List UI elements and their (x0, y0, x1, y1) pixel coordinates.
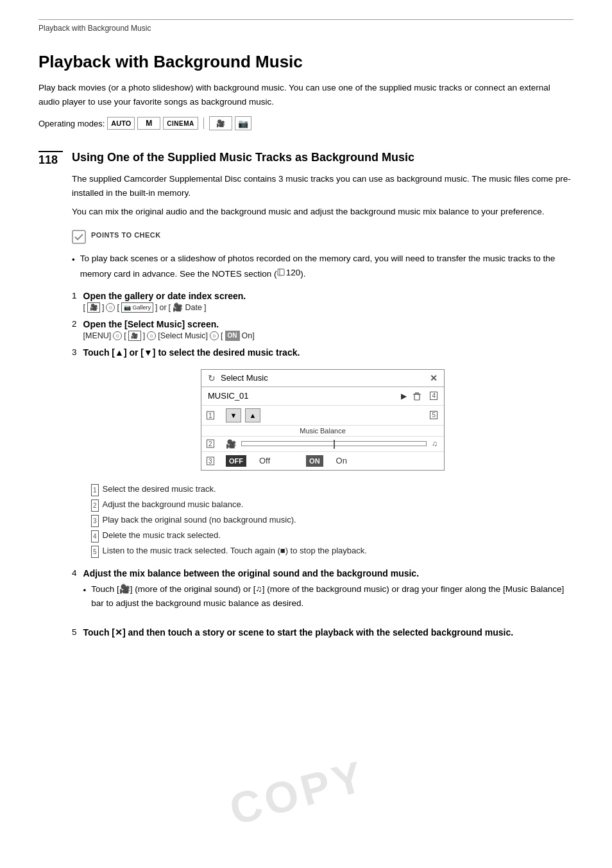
bullet-dot-1: • (72, 253, 75, 281)
step-2-content: Open the [Select Music] screen. [MENU] ○… (83, 319, 574, 341)
page-number: 118 (38, 151, 63, 167)
arrow-up[interactable]: ▲ (245, 408, 260, 422)
music-balance-label: Music Balance (300, 427, 346, 435)
ann-num-5: 5 (91, 546, 99, 558)
operating-modes: Operating modes: AUTO M CINEMA 🎥 📷 (38, 116, 574, 130)
dialog-music-right: ▶ (401, 391, 438, 401)
ann-num-4: 4 (91, 530, 99, 542)
svg-rect-3 (414, 394, 420, 400)
annotation-1: 1 Select the desired music track. (91, 482, 574, 496)
step-4: 4 Adjust the mix balance between the ori… (72, 568, 574, 620)
breadcrumb: Playback with Background Music (38, 24, 574, 33)
music-balance-label-row: Music Balance (201, 426, 444, 437)
circle-1: ○ (106, 303, 115, 312)
dialog-wrapper: ↻ Select Music ✕ MUSIC_01 ▶ (72, 369, 574, 471)
dialog-onoff-row: 3 OFF Off ON On (201, 452, 444, 470)
step-2: 2 Open the [Select Music] screen. [MENU]… (72, 319, 574, 341)
step-5-title: Touch [✕] and then touch a story or scen… (83, 627, 574, 638)
play-button[interactable]: ▶ (401, 392, 407, 401)
mode-m: M (137, 117, 160, 130)
svg-rect-0 (72, 230, 85, 243)
dialog-close-icon[interactable]: ✕ (430, 373, 438, 383)
on-badge-dialog[interactable]: ON (306, 455, 323, 467)
step-1: 1 Open the gallery or date index screen.… (72, 291, 574, 313)
on-label: On (336, 456, 347, 465)
step-4-bullet-text: Touch [🎥] (more of the original sound) o… (91, 582, 574, 610)
step-4-content: Adjust the mix balance between the origi… (83, 568, 574, 620)
bullet-list: • To play back scenes or a slideshow of … (72, 252, 574, 281)
step-5-content: Touch [✕] and then touch a story or scen… (83, 627, 574, 638)
step-4-bullet-1: • Touch [🎥] (more of the original sound)… (83, 582, 574, 610)
ann-text-4: Delete the music track selected. (103, 528, 221, 542)
bullet-text-1: To play back scenes or a slideshow of ph… (80, 252, 574, 281)
section-text-2: You can mix the original audio and the b… (72, 205, 574, 219)
numbered-steps: 1 Open the gallery or date index screen.… (72, 291, 574, 358)
section-title: Using One of the Supplied Music Tracks a… (72, 151, 574, 164)
book-icon (277, 268, 285, 276)
step-4-title: Adjust the mix balance between the origi… (83, 568, 574, 578)
section-wrapper: 118 Using One of the Supplied Music Trac… (38, 151, 574, 643)
off-badge[interactable]: OFF (226, 455, 246, 467)
annotation-list: 1 Select the desired music track. 2 Adju… (91, 482, 574, 558)
dialog-arrows: ▼ ▲ (226, 408, 260, 422)
off-label: Off (259, 456, 270, 465)
step-3-content: Touch [▲] or [▼] to select the desired m… (83, 347, 574, 358)
circle-2c: ○ (210, 331, 219, 340)
step-5-num: 5 (72, 627, 77, 638)
copy-watermark: COPY (225, 750, 372, 834)
numbered-steps-continued: 4 Adjust the mix balance between the ori… (72, 568, 574, 637)
step-5: 5 Touch [✕] and then touch a story or sc… (72, 627, 574, 638)
step-3-num: 3 (72, 347, 77, 358)
annotation-5: 5 Listen to the music track selected. To… (91, 544, 574, 558)
gallery-inline: 📷 Gallery (121, 302, 153, 313)
points-check: POINTS TO CHECK (72, 229, 574, 244)
mode-cinema: CINEMA (163, 117, 198, 130)
intro-text: Play back movies (or a photo slideshow) … (38, 81, 574, 108)
ann-text-3: Play back the original sound (no backgro… (103, 513, 296, 527)
dialog-controls-row: 1 ▼ ▲ 5 (201, 406, 444, 426)
step-1-title: Open the gallery or date index screen. (83, 291, 574, 301)
ann-text-1: Select the desired music track. (103, 482, 216, 496)
annotation-3: 3 Play back the original sound (no backg… (91, 513, 574, 527)
balance-icon-right: ♫ (432, 439, 438, 448)
delete-area (412, 391, 422, 401)
ann-num-1: 1 (91, 484, 99, 496)
dialog-titlebar-left: ↻ Select Music (208, 373, 268, 383)
dialog-music-row: MUSIC_01 ▶ (201, 387, 444, 406)
step-1-num: 1 (72, 291, 77, 313)
step-1-content: Open the gallery or date index screen. [… (83, 291, 574, 313)
balance-icon-left: 🎥 (226, 439, 236, 449)
dialog-label-2: 2 (207, 440, 214, 448)
music-name: MUSIC_01 (208, 391, 249, 401)
label-5: 5 (430, 411, 438, 419)
step-2-sub: [MENU] ○ [🎥] ○ [Select Music] ○ [ON On] (83, 331, 574, 341)
dialog-balance-row: 2 🎥 ♫ (201, 437, 444, 452)
dialog-title: Select Music (221, 373, 268, 383)
dialog-titlebar: ↻ Select Music ✕ (201, 370, 444, 387)
delete-icon[interactable] (412, 391, 422, 401)
ann-text-5: Listen to the music track selected. Touc… (103, 544, 367, 558)
select-music-dialog: ↻ Select Music ✕ MUSIC_01 ▶ (201, 369, 445, 471)
step-1-sub: [🎥] ○ [📷 Gallery] or [🎥 Date] (83, 302, 574, 313)
operating-modes-label: Operating modes: (38, 119, 105, 128)
balance-indicator (334, 440, 335, 449)
movie-inline-icon-1: 🎥 (87, 302, 100, 313)
annotation-2: 2 Adjust the background music balance. (91, 498, 574, 512)
step-3: 3 Touch [▲] or [▼] to select the desired… (72, 347, 574, 358)
mode-photo-icon: 📷 (235, 116, 251, 130)
dialog-label-3: 3 (207, 456, 214, 465)
page: Playback with Background Music Playback … (0, 0, 612, 868)
section-content: Using One of the Supplied Music Tracks a… (72, 151, 574, 643)
step-3-title: Touch [▲] or [▼] to select the desired m… (83, 347, 574, 358)
step-4-bullets: • Touch [🎥] (more of the original sound)… (83, 582, 574, 610)
circle-2a: ○ (113, 331, 122, 340)
annotation-4: 4 Delete the music track selected. (91, 528, 574, 542)
arrow-down[interactable]: ▼ (226, 408, 241, 422)
balance-bar[interactable] (241, 441, 427, 446)
circle-2b: ○ (147, 331, 156, 340)
dialog-back-icon[interactable]: ↻ (208, 373, 216, 383)
step-2-num: 2 (72, 319, 77, 341)
on-badge-step2: ON (225, 331, 240, 341)
svg-rect-1 (278, 269, 284, 275)
page-number-col: 118 (38, 151, 72, 643)
